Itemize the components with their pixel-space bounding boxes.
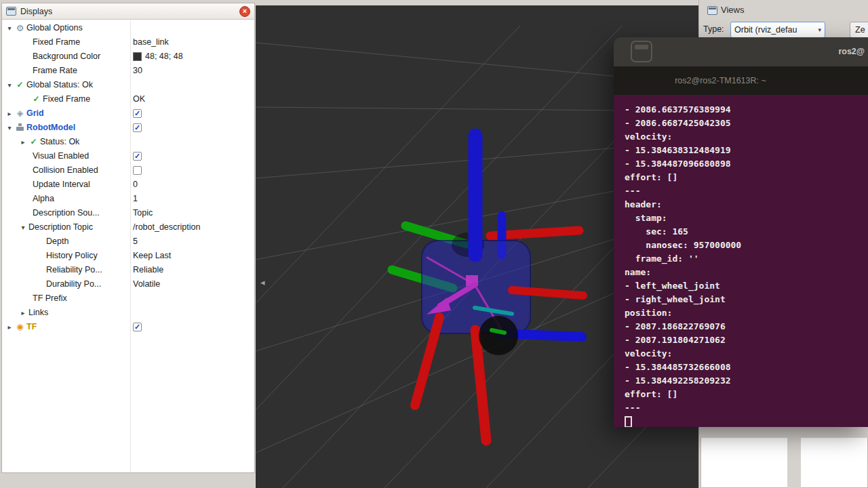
property-name-cell: Description Sou... xyxy=(2,206,130,220)
property-value[interactable]: ✓ xyxy=(130,320,254,334)
property-value[interactable]: Keep Last xyxy=(130,249,254,263)
terminal-window[interactable]: ros2@ ros2@ros2-TM1613R: ~ - 2086.663757… xyxy=(614,37,868,427)
property-value[interactable]: 48; 48; 48 xyxy=(130,49,254,64)
checkbox-checked[interactable]: ✓ xyxy=(133,123,142,132)
expander-down-icon[interactable]: ▾ xyxy=(5,21,14,35)
property-value[interactable]: 5 xyxy=(130,235,254,249)
property-name: Depth xyxy=(45,235,68,249)
property-value[interactable] xyxy=(130,291,254,306)
tree-row[interactable]: History PolicyKeep Last xyxy=(2,249,254,263)
tree-row[interactable]: Alpha1 xyxy=(2,192,254,206)
expander-right-icon[interactable]: ▸ xyxy=(5,106,14,121)
terminal-line: - 2086.6687425042305 xyxy=(625,117,868,130)
panel-collapse-arrow-icon[interactable]: ◂ xyxy=(260,278,265,287)
tf-icon: ◉ xyxy=(14,320,26,334)
property-column-divider[interactable] xyxy=(130,21,131,472)
checkbox-checked[interactable]: ✓ xyxy=(133,152,142,161)
terminal-output[interactable]: - 2086.6637576389994- 2086.6687425042305… xyxy=(614,95,868,427)
close-displays-button[interactable]: × xyxy=(239,6,250,17)
property-name-cell: ▾✓Global Status: Ok xyxy=(2,78,130,92)
property-name: Grid xyxy=(26,106,44,121)
expander-down-icon[interactable]: ▾ xyxy=(18,220,28,235)
tree-row[interactable]: Reliability Po...Reliable xyxy=(2,263,254,277)
property-value[interactable] xyxy=(130,78,254,92)
property-name-cell: ▸◉TF xyxy=(2,320,130,334)
expander-down-icon[interactable]: ▾ xyxy=(5,121,14,135)
tree-row[interactable]: ▸◉TF✓ xyxy=(2,320,254,334)
terminal-line: --- xyxy=(625,401,868,415)
expander-right-icon[interactable]: ▸ xyxy=(18,135,28,149)
property-value[interactable]: ✓ xyxy=(130,121,254,135)
tree-row[interactable]: Visual Enabled✓ xyxy=(2,149,254,163)
panel-splitter-horizontal[interactable] xyxy=(699,426,868,438)
tree-row[interactable]: ▾⚙Global Options xyxy=(2,21,254,35)
property-value[interactable]: Reliable xyxy=(130,263,254,277)
checkbox-checked[interactable]: ✓ xyxy=(133,323,142,331)
views-panel-title: Views xyxy=(721,5,744,15)
tree-row[interactable]: ▸✓Status: Ok xyxy=(2,135,254,149)
view-type-combobox[interactable]: Orbit (rviz_defau ▾ xyxy=(730,22,825,38)
property-value[interactable]: ✓ xyxy=(130,106,254,121)
grid-icon: ◈ xyxy=(14,106,26,121)
terminal-line: - 2087.191804271062 xyxy=(625,333,868,347)
property-value[interactable]: base_link xyxy=(130,35,254,49)
property-value[interactable] xyxy=(130,21,254,35)
expander-right-icon[interactable]: ▸ xyxy=(5,320,14,334)
tree-row[interactable]: Background Color48; 48; 48 xyxy=(2,49,254,64)
check-icon: ✓ xyxy=(31,92,42,106)
tree-row[interactable]: ▸◈Grid✓ xyxy=(2,106,254,121)
property-value[interactable]: 30 xyxy=(130,64,254,78)
tree-row[interactable]: Depth5 xyxy=(2,235,254,249)
tree-row[interactable]: Durability Po...Volatile xyxy=(2,277,254,291)
property-value[interactable]: 1 xyxy=(130,192,254,206)
terminal-app-icon[interactable] xyxy=(631,41,652,62)
tree-row[interactable]: ▾✓Global Status: Ok xyxy=(2,78,254,92)
tree-row[interactable]: ▸Links xyxy=(2,306,254,320)
property-value[interactable]: Topic xyxy=(130,206,254,220)
terminal-line: nanosec: 957000000 xyxy=(625,239,868,252)
value-text: 5 xyxy=(133,235,138,249)
property-value[interactable]: OK xyxy=(130,92,254,106)
property-name: Frame Rate xyxy=(32,64,77,78)
tree-row[interactable]: Collision Enabled xyxy=(2,163,254,178)
tree-row[interactable]: Description Sou...Topic xyxy=(2,206,254,220)
property-name-cell: Collision Enabled xyxy=(2,163,130,178)
tree-row[interactable]: TF Prefix xyxy=(2,291,254,306)
expander-right-icon[interactable]: ▸ xyxy=(18,306,28,320)
tree-row[interactable]: Update Interval0 xyxy=(2,178,254,192)
property-value[interactable]: /robot_description xyxy=(130,220,254,235)
checkbox-unchecked[interactable] xyxy=(133,166,142,175)
property-name: Reliability Po... xyxy=(45,263,102,277)
expander-down-icon[interactable]: ▾ xyxy=(5,78,14,92)
value-text: Keep Last xyxy=(133,249,171,263)
displays-titlebar[interactable]: Displays × xyxy=(2,3,254,20)
close-icon: × xyxy=(243,7,247,15)
property-name: Background Color xyxy=(32,49,100,64)
displays-panel-icon xyxy=(6,7,16,16)
panel-splitter-vertical[interactable] xyxy=(787,426,801,488)
checkbox-checked[interactable]: ✓ xyxy=(133,109,142,118)
property-value[interactable]: Volatile xyxy=(130,277,254,291)
property-name: RobotModel xyxy=(26,121,75,135)
property-name-cell: ▸Links xyxy=(2,306,130,320)
property-value[interactable]: 0 xyxy=(130,178,254,192)
property-name-cell: Background Color xyxy=(2,49,130,64)
property-name-cell: Update Interval xyxy=(2,178,130,192)
tree-row[interactable]: ✓Fixed FrameOK xyxy=(2,92,254,106)
property-name: Update Interval xyxy=(32,178,90,192)
property-value[interactable] xyxy=(130,135,254,149)
property-value[interactable]: ✓ xyxy=(130,149,254,163)
property-value[interactable] xyxy=(130,306,254,320)
zero-button[interactable]: Ze xyxy=(850,22,868,38)
terminal-headerbar[interactable]: ros2@ xyxy=(614,37,868,66)
property-value[interactable] xyxy=(130,163,254,178)
value-text: OK xyxy=(133,92,145,106)
tree-row[interactable]: Fixed Framebase_link xyxy=(2,35,254,49)
value-text: 30 xyxy=(133,64,142,78)
tree-row[interactable]: Frame Rate30 xyxy=(2,64,254,78)
property-name: Visual Enabled xyxy=(32,149,89,163)
tree-row[interactable]: ▾Description Topic/robot_description xyxy=(2,220,254,235)
terminal-tabbar[interactable]: ros2@ros2-TM1613R: ~ xyxy=(614,66,868,95)
tree-row[interactable]: ▾RobotModel✓ xyxy=(2,121,254,135)
terminal-line: header: xyxy=(625,198,868,211)
